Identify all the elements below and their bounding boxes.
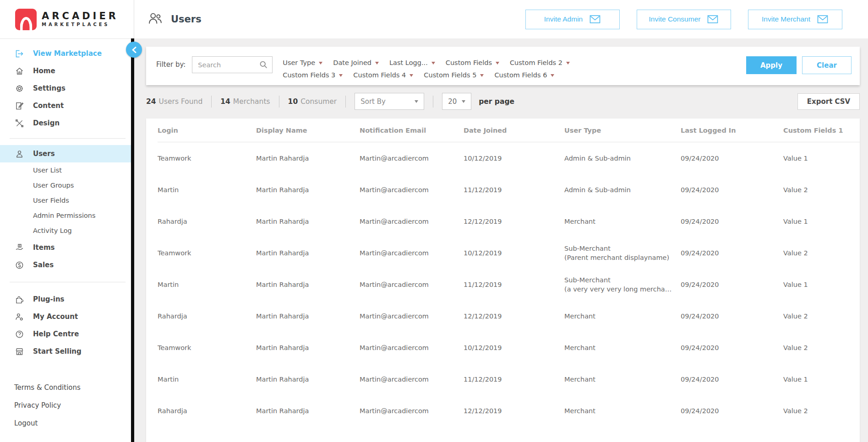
table-row[interactable]: Martin Martin Rahardja Martin@arcadierco…	[158, 269, 860, 300]
filter-dropdown[interactable]: User Type	[283, 57, 322, 68]
sidebar-item-users[interactable]: Users	[0, 145, 131, 162]
cell-date-joined: 11/12/2019	[464, 375, 564, 384]
consumer-label: Consumer	[300, 97, 337, 106]
design-tools-icon	[14, 119, 24, 128]
table-body: Teamwork Martin Rahardja Martin@arcadier…	[158, 142, 860, 426]
storefront-icon	[14, 347, 24, 356]
sidebar-link-terms[interactable]: Terms & Conditions	[0, 378, 131, 396]
table-row[interactable]: Rahardja Martin Rahardja Martin@arcadier…	[158, 300, 860, 332]
sidebar-item-view-marketplace[interactable]: View Marketplace	[0, 45, 131, 62]
sidebar-subitem[interactable]: User Fields	[0, 193, 131, 208]
cell-last-logged-in: 09/24/2020	[681, 280, 783, 289]
users-found-count: 24	[146, 97, 156, 106]
sidebar-subitem[interactable]: User Groups	[0, 178, 131, 193]
chevron-down-icon	[551, 74, 554, 77]
invite-merchant-button[interactable]: Invite Merchant	[748, 10, 842, 29]
apply-button[interactable]: Apply	[746, 56, 797, 74]
merchants-label: Merchants	[233, 97, 270, 106]
cell-date-joined: 10/12/2019	[464, 343, 564, 352]
chevron-down-icon	[566, 62, 570, 65]
arcadier-logo[interactable]: ARCADIER MARKETPLACES	[15, 9, 119, 30]
chevron-down-icon	[339, 74, 343, 77]
table-column-header[interactable]: User Type	[564, 127, 681, 134]
cell-notification-email: Martin@arcadiercom	[360, 248, 464, 258]
table-row[interactable]: Teamwork Martin Rahardja Martin@arcadier…	[158, 332, 860, 363]
table-row[interactable]: Martin Martin Rahardja Martin@arcadierco…	[158, 363, 860, 395]
sidebar-item-sales[interactable]: Sales	[0, 256, 131, 274]
sidebar-item-design[interactable]: Design	[0, 114, 131, 132]
cell-custom-field-1: Value 2	[783, 406, 860, 415]
sidebar-item-plug-ins[interactable]: Plug-ins	[0, 291, 131, 308]
cell-last-logged-in: 09/24/2020	[681, 375, 783, 384]
cell-notification-email: Martin@arcadiercom	[360, 343, 464, 352]
table-column-header[interactable]: Custom Fields 1	[783, 127, 860, 134]
export-csv-button[interactable]: Export CSV	[797, 93, 860, 110]
top-header: ARCADIER MARKETPLACES Users Invite Admin…	[0, 0, 868, 38]
cell-login: Teamwork	[158, 248, 256, 258]
sort-by-select[interactable]: Sort By	[355, 93, 424, 110]
gear-icon	[14, 84, 24, 93]
arcadier-logo-icon	[15, 9, 37, 30]
sidebar-item-help-centre[interactable]: Help Centre	[0, 325, 131, 343]
sidebar-item-items[interactable]: Items	[0, 239, 131, 256]
brand-name: ARCADIER	[42, 11, 119, 22]
cell-user-type: Merchant	[564, 343, 681, 352]
users-table: Login Display Name Notification Email Da…	[146, 119, 860, 442]
sidebar-subitem[interactable]: Admin Permissions	[0, 208, 131, 223]
filter-dropdown[interactable]: Custom Fields 3	[283, 69, 343, 81]
table-row[interactable]: Rahardja Martin Rahardja Martin@arcadier…	[158, 395, 860, 426]
sidebar-link-privacy[interactable]: Privacy Policy	[0, 396, 131, 414]
cell-custom-field-1: Value 1	[783, 280, 860, 289]
cell-display-name: Martin Rahardja	[256, 312, 360, 321]
page-size-select[interactable]: 20	[442, 93, 471, 110]
filter-dropdown[interactable]: Custom Fields 2	[510, 57, 570, 68]
invite-consumer-button[interactable]: Invite Consumer	[637, 10, 731, 29]
table-header-row: Login Display Name Notification Email Da…	[158, 119, 860, 142]
sidebar-subitem[interactable]: User List	[0, 162, 131, 178]
filter-dropdown[interactable]: Custom Fields 4	[353, 69, 413, 81]
cell-login: Martin	[158, 280, 256, 289]
table-column-header[interactable]: Login	[158, 127, 256, 134]
table-column-header[interactable]: Date Joined	[464, 127, 564, 134]
filter-dropdown[interactable]: Last Logg...	[389, 57, 435, 68]
envelope-icon	[817, 15, 829, 24]
clear-button[interactable]: Clear	[802, 56, 852, 74]
cell-date-joined: 10/12/2019	[464, 154, 564, 163]
cell-date-joined: 11/12/2019	[464, 280, 564, 289]
cell-user-type: Merchant	[564, 406, 681, 415]
sidebar-item-home[interactable]: Home	[0, 62, 131, 80]
table-column-header[interactable]: Display Name	[256, 127, 360, 134]
table-row[interactable]: Martin Martin Rahardja Martin@arcadierco…	[158, 174, 860, 205]
invite-admin-button[interactable]: Invite Admin	[525, 10, 620, 29]
cell-login: Teamwork	[158, 154, 256, 163]
merchants-count: 14	[220, 97, 230, 106]
question-circle-icon	[14, 329, 24, 339]
filter-dropdown[interactable]: Date Joined	[333, 57, 379, 68]
table-row[interactable]: Teamwork Martin Rahardja Martin@arcadier…	[158, 142, 860, 174]
user-icon	[14, 149, 24, 159]
sidebar-item-start-selling[interactable]: Start Selling	[0, 343, 131, 360]
sidebar-subitem[interactable]: Activity Log	[0, 223, 131, 238]
cell-user-type: Admin & Sub-admin	[564, 154, 681, 163]
filter-dropdown[interactable]: Custom Fields 5	[424, 69, 484, 81]
sidebar-collapse-toggle[interactable]	[126, 42, 142, 58]
sidebar-footer: Terms & Conditions Privacy Policy Logout	[0, 378, 131, 442]
sidebar-item-settings[interactable]: Settings	[0, 80, 131, 97]
cell-date-joined: 12/12/2019	[464, 406, 564, 415]
consumer-count: 10	[288, 97, 298, 106]
users-found-label: Users Found	[159, 97, 203, 106]
sidebar-link-logout[interactable]: Logout	[0, 414, 131, 432]
sidebar-item-my-account[interactable]: My Account	[0, 308, 131, 325]
users-admin-page: ARCADIER MARKETPLACES Users Invite Admin…	[0, 0, 868, 442]
cell-notification-email: Martin@arcadiercom	[360, 280, 464, 289]
main-content: Filter by: User Type	[134, 38, 868, 442]
cell-notification-email: Martin@arcadiercom	[360, 154, 464, 163]
table-row[interactable]: Teamwork Martin Rahardja Martin@arcadier…	[158, 237, 860, 269]
table-row[interactable]: Rahardja Martin Rahardja Martin@arcadier…	[158, 205, 860, 237]
dollar-circle-icon	[14, 260, 24, 270]
table-column-header[interactable]: Last Logged In	[681, 127, 783, 134]
table-column-header[interactable]: Notification Email	[360, 127, 464, 134]
filter-dropdown[interactable]: Custom Fields	[446, 57, 499, 68]
filter-dropdown[interactable]: Custom Fields 6	[494, 69, 554, 81]
sidebar-item-content[interactable]: Content	[0, 97, 131, 114]
